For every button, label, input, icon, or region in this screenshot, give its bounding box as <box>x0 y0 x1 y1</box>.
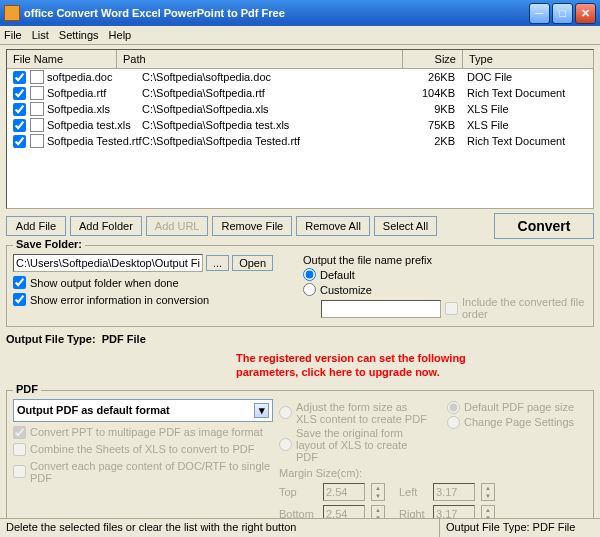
cell-type: XLS File <box>461 103 591 115</box>
cell-path: C:\Softpedia\Softpedia.xls <box>142 103 401 115</box>
save-original-label: Save the original form layout of XLS to … <box>296 427 427 463</box>
file-icon <box>30 118 44 132</box>
cell-name: Softpedia.rtf <box>47 87 142 99</box>
prefix-default-radio[interactable] <box>303 268 316 281</box>
convert-button[interactable]: Convert <box>494 213 594 239</box>
save-folder-group: Save Folder: ... Open Show output folder… <box>6 245 594 327</box>
window-title: office Convert Word Excel PowerPoint to … <box>24 7 529 19</box>
cell-path: C:\Softpedia\Softpedia test.xls <box>142 119 401 131</box>
cell-type: DOC File <box>461 71 591 83</box>
app-icon <box>4 5 20 21</box>
convert-ppt-label: Convert PPT to multipage PDF as image fo… <box>30 426 263 438</box>
remove-file-button[interactable]: Remove File <box>212 216 292 236</box>
default-page-radio <box>447 401 460 414</box>
show-folder-label: Show output folder when done <box>30 277 179 289</box>
open-button[interactable]: Open <box>232 255 273 271</box>
table-row[interactable]: Softpedia Tested.rtfC:\Softpedia\Softped… <box>7 133 593 149</box>
file-icon <box>30 70 44 84</box>
cell-name: Softpedia test.xls <box>47 119 142 131</box>
pdf-group: PDF Output PDF as default format ▾ Conve… <box>6 390 594 530</box>
row-checkbox[interactable] <box>13 135 26 148</box>
show-error-checkbox[interactable] <box>13 293 26 306</box>
table-row[interactable]: Softpedia.rtfC:\Softpedia\Softpedia.rtf1… <box>7 85 593 101</box>
add-file-button[interactable]: Add File <box>6 216 66 236</box>
customize-input[interactable] <box>321 300 441 318</box>
save-folder-legend: Save Folder: <box>13 238 85 250</box>
add-folder-button[interactable]: Add Folder <box>70 216 142 236</box>
row-checkbox[interactable] <box>13 87 26 100</box>
convert-each-checkbox <box>13 465 26 478</box>
margin-left-spinner: ▲▼ <box>481 483 495 501</box>
cell-size: 9KB <box>401 103 461 115</box>
cell-name: Softpedia Tested.rtf <box>47 135 142 147</box>
pdf-legend: PDF <box>13 383 41 395</box>
cell-type: Rich Text Document <box>461 135 591 147</box>
row-checkbox[interactable] <box>13 119 26 132</box>
change-page-label: Change Page Settings <box>464 416 574 428</box>
margin-top-label: Top <box>279 486 317 498</box>
menu-list[interactable]: List <box>32 29 49 41</box>
table-row[interactable]: Softpedia test.xlsC:\Softpedia\Softpedia… <box>7 117 593 133</box>
margin-left-label: Left <box>399 486 427 498</box>
cell-size: 104KB <box>401 87 461 99</box>
pdf-format-dropdown[interactable]: Output PDF as default format ▾ <box>13 399 273 422</box>
output-type-label: Output File Type: PDF File <box>6 327 594 347</box>
combine-sheets-label: Combine the Sheets of XLS to convert to … <box>30 443 254 455</box>
show-folder-checkbox[interactable] <box>13 276 26 289</box>
table-row[interactable]: softpedia.docC:\Softpedia\softpedia.doc2… <box>7 69 593 85</box>
adjust-form-label: Adjust the form size as XLS content to c… <box>296 401 427 425</box>
include-order-label: Include the converted file order <box>462 296 587 320</box>
menu-help[interactable]: Help <box>109 29 132 41</box>
adjust-form-radio <box>279 406 292 419</box>
save-original-radio <box>279 438 292 451</box>
cell-type: Rich Text Document <box>461 87 591 99</box>
cell-size: 75KB <box>401 119 461 131</box>
col-size[interactable]: Size <box>403 50 463 68</box>
select-all-button[interactable]: Select All <box>374 216 437 236</box>
menu-file[interactable]: File <box>4 29 22 41</box>
file-icon <box>30 86 44 100</box>
prefix-label: Output the file name prefix <box>303 254 587 266</box>
menubar: File List Settings Help <box>0 26 600 45</box>
col-name[interactable]: File Name <box>7 50 117 68</box>
minimize-button[interactable]: ─ <box>529 3 550 24</box>
maximize-button[interactable]: □ <box>552 3 573 24</box>
remove-all-button[interactable]: Remove All <box>296 216 370 236</box>
browse-button[interactable]: ... <box>206 255 229 271</box>
row-checkbox[interactable] <box>13 71 26 84</box>
margin-label: Margin Size(cm): <box>279 467 587 479</box>
convert-each-label: Convert each page content of DOC/RTF to … <box>30 460 273 484</box>
table-row[interactable]: Softpedia.xlsC:\Softpedia\Softpedia.xls9… <box>7 101 593 117</box>
list-header: File Name Path Size Type <box>7 50 593 69</box>
row-checkbox[interactable] <box>13 103 26 116</box>
margin-left-input <box>433 483 475 501</box>
include-order-checkbox <box>445 302 458 315</box>
convert-ppt-checkbox <box>13 426 26 439</box>
close-button[interactable]: ✕ <box>575 3 596 24</box>
add-url-button: Add URL <box>146 216 209 236</box>
upgrade-notice[interactable]: The registered version can set the follo… <box>6 347 594 384</box>
statusbar: Delete the selected files or clear the l… <box>0 518 600 537</box>
col-type[interactable]: Type <box>463 50 593 68</box>
prefix-customize-label: Customize <box>320 284 372 296</box>
cell-size: 26KB <box>401 71 461 83</box>
col-path[interactable]: Path <box>117 50 403 68</box>
cell-path: C:\Softpedia\softpedia.doc <box>142 71 401 83</box>
combine-sheets-checkbox <box>13 443 26 456</box>
menu-settings[interactable]: Settings <box>59 29 99 41</box>
status-hint: Delete the selected files or clear the l… <box>0 519 440 537</box>
cell-path: C:\Softpedia\Softpedia.rtf <box>142 87 401 99</box>
cell-name: softpedia.doc <box>47 71 142 83</box>
cell-path: C:\Softpedia\Softpedia Tested.rtf <box>142 135 401 147</box>
titlebar: office Convert Word Excel PowerPoint to … <box>0 0 600 26</box>
cell-type: XLS File <box>461 119 591 131</box>
margin-top-spinner: ▲▼ <box>371 483 385 501</box>
cell-name: Softpedia.xls <box>47 103 142 115</box>
cell-size: 2KB <box>401 135 461 147</box>
file-list[interactable]: File Name Path Size Type softpedia.docC:… <box>6 49 594 209</box>
margin-top-input <box>323 483 365 501</box>
default-page-label: Default PDF page size <box>464 401 574 413</box>
save-path-input[interactable] <box>13 254 203 272</box>
prefix-customize-radio[interactable] <box>303 283 316 296</box>
prefix-default-label: Default <box>320 269 355 281</box>
